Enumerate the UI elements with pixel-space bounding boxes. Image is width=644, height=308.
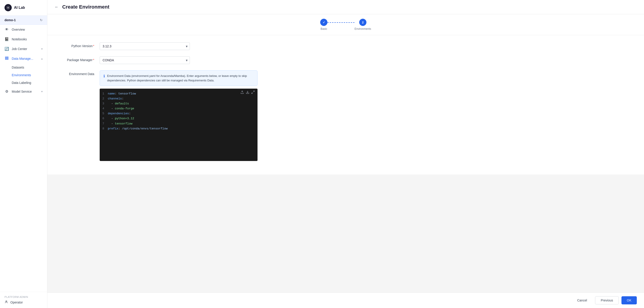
code-line-7: 7 - tensorflow: [100, 121, 258, 126]
data-manage-icon: [4, 56, 9, 61]
platform-admin-label: Platform Admin: [4, 296, 42, 298]
code-editor[interactable]: 1 name: tensorflow 2 channels: 3 - defau…: [100, 88, 258, 161]
form-area: Python Version* 3.12.3 3.11.0 3.10.0 3.9…: [47, 35, 644, 292]
code-line-5: 5 dependencies:: [100, 111, 258, 116]
download-icon[interactable]: [246, 90, 250, 95]
package-manager-label: Package Manager*: [58, 56, 94, 62]
sidebar-item-job-center[interactable]: 🔄 Job Center ▾: [0, 44, 47, 54]
job-center-chevron: ▾: [41, 47, 42, 50]
package-manager-select[interactable]: CONDA PIP: [100, 56, 190, 64]
sidebar-item-overview[interactable]: 👁 Overview: [0, 25, 47, 34]
page-title: Create Environment: [62, 4, 109, 10]
step-connector: [328, 22, 354, 23]
operator-icon: [4, 300, 8, 304]
back-button[interactable]: ←: [54, 5, 59, 10]
python-version-control: 3.12.3 3.11.0 3.10.0 3.9.0 ▾: [100, 42, 190, 50]
sidebar-item-notebooks[interactable]: 📓 Notebooks: [0, 34, 47, 44]
python-required-star: *: [93, 44, 94, 48]
svg-point-4: [6, 301, 7, 302]
sidebar-item-data-manage[interactable]: Data Manage... ▴: [0, 54, 47, 64]
code-lines: 1 name: tensorflow 2 channels: 3 - defau…: [100, 88, 258, 161]
model-service-chevron: ▾: [41, 90, 42, 93]
code-line-4: 4 - conda-forge: [100, 106, 258, 111]
expand-icon[interactable]: [251, 90, 255, 95]
app-logo-icon: [4, 4, 12, 11]
package-manager-select-wrapper: CONDA PIP ▾: [100, 56, 190, 64]
operator-row[interactable]: Operator: [4, 300, 42, 304]
data-manage-chevron: ▴: [41, 57, 42, 60]
info-box: ℹ Environment Data (environment.yaml for…: [100, 70, 258, 86]
package-manager-control: CONDA PIP ▾: [100, 56, 190, 64]
sidebar-bottom: Platform Admin Operator: [0, 292, 47, 308]
cancel-button[interactable]: Cancel: [572, 296, 592, 304]
sidebar-item-data-labeling[interactable]: Data Labeling: [4, 79, 47, 86]
python-version-label: Python Version*: [58, 42, 94, 48]
svg-point-0: [8, 7, 9, 8]
step-basic-icon: ✓: [323, 21, 325, 24]
sidebar-label-overview: Overview: [12, 28, 25, 31]
workspace-name: demo-1: [4, 18, 16, 22]
step-basic: ✓ Basic: [320, 19, 328, 30]
step-environments-circle: 2: [359, 19, 366, 26]
environment-data-section: ℹ Environment Data (environment.yaml for…: [100, 70, 633, 161]
svg-rect-1: [5, 57, 8, 58]
step-basic-circle: ✓: [320, 19, 328, 26]
environment-data-label: Environment Data: [58, 70, 94, 76]
sidebar-item-model-service[interactable]: ⚙ Model Service ▾: [0, 86, 47, 96]
notebooks-icon: 📓: [4, 37, 9, 41]
sidebar-label-notebooks: Notebooks: [12, 38, 27, 41]
package-manager-row: Package Manager* CONDA PIP ▾: [58, 56, 633, 64]
python-version-select-wrapper: 3.12.3 3.11.0 3.10.0 3.9.0 ▾: [100, 42, 190, 50]
stepper-area: ✓ Basic 2 Environments: [47, 14, 644, 35]
step-environments-label: Environments: [354, 27, 371, 30]
sidebar-item-datasets[interactable]: Datasets: [4, 64, 47, 71]
python-version-select[interactable]: 3.12.3 3.11.0 3.10.0 3.9.0: [100, 42, 190, 50]
python-version-row: Python Version* 3.12.3 3.11.0 3.10.0 3.9…: [58, 42, 633, 50]
svg-line-7: [253, 91, 254, 92]
step-basic-label: Basic: [321, 27, 327, 30]
topbar: ← Create Environment: [47, 0, 644, 14]
bottom-bar: Cancel Previous OK: [47, 292, 644, 308]
upload-icon[interactable]: [240, 90, 244, 95]
form-card: Python Version* 3.12.3 3.11.0 3.10.0 3.9…: [47, 35, 644, 174]
app-name: AI Lab: [14, 6, 25, 10]
step-environments-number: 2: [362, 21, 364, 24]
previous-button[interactable]: Previous: [595, 296, 618, 304]
info-icon: ℹ: [104, 74, 105, 78]
app-logo-area: AI Lab: [0, 0, 47, 16]
sidebar-item-environments[interactable]: Environments: [4, 71, 47, 79]
svg-line-8: [252, 92, 253, 94]
code-line-8: 8 prefix: /opt/conda/envs/tensorflow: [100, 126, 258, 131]
step-environments: 2 Environments: [354, 19, 371, 30]
job-center-icon: 🔄: [4, 47, 9, 51]
operator-label: Operator: [10, 300, 23, 304]
stepper: ✓ Basic 2 Environments: [320, 19, 371, 30]
sidebar-label-model-service: Model Service: [12, 90, 32, 93]
package-required-star: *: [93, 58, 94, 62]
code-line-3: 3 - defaults: [100, 101, 258, 106]
code-line-1: 1 name: tensorflow: [100, 91, 258, 96]
info-text: Environment Data (environment.yaml for A…: [107, 74, 254, 82]
sidebar-label-job-center: Job Center: [12, 47, 27, 51]
code-toolbar: [238, 88, 258, 97]
svg-rect-2: [5, 58, 8, 58]
code-line-6: 6 - python=3.12: [100, 116, 258, 121]
workspace-row[interactable]: demo-1 ↻: [0, 16, 47, 25]
environment-data-row: Environment Data ℹ Environment Data (env…: [58, 70, 633, 161]
sidebar: AI Lab demo-1 ↻ 👁 Overview 📓 Notebooks 🔄…: [0, 0, 47, 308]
sidebar-label-data-manage: Data Manage...: [12, 57, 33, 60]
code-line-2: 2 channels:: [100, 96, 258, 101]
main-content: ← Create Environment ✓ Basic 2 Environme…: [47, 0, 644, 308]
refresh-icon[interactable]: ↻: [40, 18, 42, 22]
svg-rect-3: [5, 59, 8, 60]
overview-icon: 👁: [4, 28, 9, 32]
model-service-icon: ⚙: [4, 89, 9, 94]
ok-button[interactable]: OK: [622, 296, 637, 304]
data-manage-subnav: Datasets Environments Data Labeling: [0, 64, 47, 86]
